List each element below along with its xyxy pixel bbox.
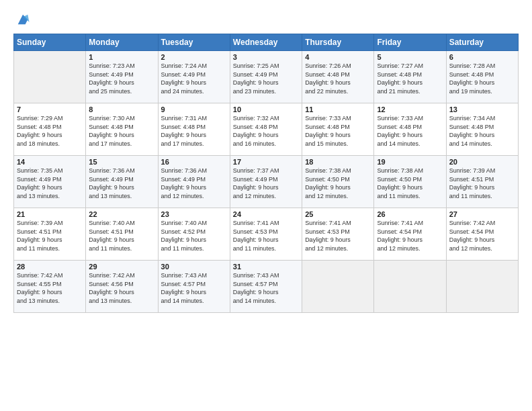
calendar-cell <box>374 261 446 313</box>
calendar-week-4: 21Sunrise: 7:39 AM Sunset: 4:51 PM Dayli… <box>14 208 519 261</box>
day-info: Sunrise: 7:43 AM Sunset: 4:57 PM Dayligh… <box>161 271 227 305</box>
day-number: 11 <box>305 105 371 113</box>
day-info: Sunrise: 7:27 AM Sunset: 4:48 PM Dayligh… <box>377 62 443 95</box>
day-number: 27 <box>449 210 515 218</box>
page-header <box>13 12 519 27</box>
calendar-cell <box>446 261 518 313</box>
calendar-week-3: 14Sunrise: 7:35 AM Sunset: 4:49 PM Dayli… <box>14 156 519 208</box>
calendar-cell: 8Sunrise: 7:30 AM Sunset: 4:48 PM Daylig… <box>86 103 158 156</box>
day-number: 24 <box>233 210 299 218</box>
calendar-cell: 4Sunrise: 7:26 AM Sunset: 4:48 PM Daylig… <box>302 51 374 103</box>
day-number: 7 <box>17 105 83 113</box>
calendar-cell: 24Sunrise: 7:41 AM Sunset: 4:53 PM Dayli… <box>230 208 302 261</box>
calendar-cell: 23Sunrise: 7:40 AM Sunset: 4:52 PM Dayli… <box>158 208 230 261</box>
day-info: Sunrise: 7:32 AM Sunset: 4:48 PM Dayligh… <box>233 114 299 148</box>
day-number: 4 <box>305 53 371 61</box>
day-number: 31 <box>233 263 299 271</box>
day-number: 22 <box>89 210 154 218</box>
day-number: 15 <box>89 158 154 166</box>
logo-icon <box>15 12 30 27</box>
calendar-cell: 12Sunrise: 7:33 AM Sunset: 4:48 PM Dayli… <box>374 103 446 156</box>
calendar-cell: 10Sunrise: 7:32 AM Sunset: 4:48 PM Dayli… <box>230 103 302 156</box>
day-info: Sunrise: 7:36 AM Sunset: 4:49 PM Dayligh… <box>89 167 154 200</box>
day-info: Sunrise: 7:38 AM Sunset: 4:50 PM Dayligh… <box>377 167 443 200</box>
day-info: Sunrise: 7:24 AM Sunset: 4:49 PM Dayligh… <box>161 62 227 95</box>
day-number: 6 <box>449 53 515 61</box>
day-info: Sunrise: 7:26 AM Sunset: 4:48 PM Dayligh… <box>305 62 371 95</box>
day-info: Sunrise: 7:41 AM Sunset: 4:54 PM Dayligh… <box>377 219 443 253</box>
calendar-cell: 28Sunrise: 7:42 AM Sunset: 4:55 PM Dayli… <box>14 261 86 313</box>
day-info: Sunrise: 7:38 AM Sunset: 4:50 PM Dayligh… <box>305 167 371 200</box>
day-info: Sunrise: 7:39 AM Sunset: 4:51 PM Dayligh… <box>449 167 515 200</box>
day-number: 17 <box>233 158 299 166</box>
day-number: 25 <box>305 210 371 218</box>
day-number: 9 <box>161 105 227 113</box>
calendar-cell: 7Sunrise: 7:29 AM Sunset: 4:48 PM Daylig… <box>14 103 86 156</box>
day-info: Sunrise: 7:40 AM Sunset: 4:51 PM Dayligh… <box>89 219 154 253</box>
day-number: 10 <box>233 105 299 113</box>
calendar-cell: 25Sunrise: 7:41 AM Sunset: 4:53 PM Dayli… <box>302 208 374 261</box>
weekday-thursday: Thursday <box>302 34 374 51</box>
weekday-monday: Monday <box>86 34 158 51</box>
day-number: 16 <box>161 158 227 166</box>
day-info: Sunrise: 7:39 AM Sunset: 4:51 PM Dayligh… <box>17 219 83 253</box>
day-info: Sunrise: 7:35 AM Sunset: 4:49 PM Dayligh… <box>17 167 83 200</box>
day-number: 23 <box>161 210 227 218</box>
weekday-friday: Friday <box>374 34 446 51</box>
day-number: 8 <box>89 105 154 113</box>
weekday-tuesday: Tuesday <box>158 34 230 51</box>
day-info: Sunrise: 7:43 AM Sunset: 4:57 PM Dayligh… <box>233 271 299 305</box>
calendar-cell: 3Sunrise: 7:25 AM Sunset: 4:49 PM Daylig… <box>230 51 302 103</box>
weekday-wednesday: Wednesday <box>230 34 302 51</box>
weekday-header-row: SundayMondayTuesdayWednesdayThursdayFrid… <box>14 34 519 51</box>
day-number: 21 <box>17 210 83 218</box>
calendar-week-1: 1Sunrise: 7:23 AM Sunset: 4:49 PM Daylig… <box>14 51 519 103</box>
day-number: 30 <box>161 263 227 271</box>
day-info: Sunrise: 7:23 AM Sunset: 4:49 PM Dayligh… <box>89 62 154 95</box>
calendar-cell: 16Sunrise: 7:36 AM Sunset: 4:49 PM Dayli… <box>158 156 230 208</box>
calendar-cell: 21Sunrise: 7:39 AM Sunset: 4:51 PM Dayli… <box>14 208 86 261</box>
day-number: 14 <box>17 158 83 166</box>
day-number: 3 <box>233 53 299 61</box>
day-number: 1 <box>89 53 154 61</box>
calendar-cell: 27Sunrise: 7:42 AM Sunset: 4:54 PM Dayli… <box>446 208 518 261</box>
day-info: Sunrise: 7:28 AM Sunset: 4:48 PM Dayligh… <box>449 62 515 95</box>
day-info: Sunrise: 7:40 AM Sunset: 4:52 PM Dayligh… <box>161 219 227 253</box>
day-info: Sunrise: 7:25 AM Sunset: 4:49 PM Dayligh… <box>233 62 299 95</box>
weekday-saturday: Saturday <box>446 34 518 51</box>
weekday-sunday: Sunday <box>14 34 86 51</box>
calendar-body: 1Sunrise: 7:23 AM Sunset: 4:49 PM Daylig… <box>14 51 519 313</box>
day-number: 13 <box>449 105 515 113</box>
day-info: Sunrise: 7:41 AM Sunset: 4:53 PM Dayligh… <box>233 219 299 253</box>
calendar-cell: 31Sunrise: 7:43 AM Sunset: 4:57 PM Dayli… <box>230 261 302 313</box>
calendar-cell: 18Sunrise: 7:38 AM Sunset: 4:50 PM Dayli… <box>302 156 374 208</box>
day-info: Sunrise: 7:36 AM Sunset: 4:49 PM Dayligh… <box>161 167 227 200</box>
calendar-cell: 14Sunrise: 7:35 AM Sunset: 4:49 PM Dayli… <box>14 156 86 208</box>
day-info: Sunrise: 7:34 AM Sunset: 4:48 PM Dayligh… <box>449 114 515 148</box>
day-info: Sunrise: 7:29 AM Sunset: 4:48 PM Dayligh… <box>17 114 83 148</box>
day-info: Sunrise: 7:41 AM Sunset: 4:53 PM Dayligh… <box>305 219 371 253</box>
calendar-cell: 20Sunrise: 7:39 AM Sunset: 4:51 PM Dayli… <box>446 156 518 208</box>
day-info: Sunrise: 7:42 AM Sunset: 4:55 PM Dayligh… <box>17 271 83 305</box>
calendar-cell: 9Sunrise: 7:31 AM Sunset: 4:48 PM Daylig… <box>158 103 230 156</box>
day-number: 5 <box>377 53 443 61</box>
calendar-cell: 26Sunrise: 7:41 AM Sunset: 4:54 PM Dayli… <box>374 208 446 261</box>
day-number: 28 <box>17 263 83 271</box>
day-number: 29 <box>89 263 154 271</box>
calendar-cell: 19Sunrise: 7:38 AM Sunset: 4:50 PM Dayli… <box>374 156 446 208</box>
calendar-cell: 17Sunrise: 7:37 AM Sunset: 4:49 PM Dayli… <box>230 156 302 208</box>
day-number: 18 <box>305 158 371 166</box>
day-number: 2 <box>161 53 227 61</box>
day-info: Sunrise: 7:33 AM Sunset: 4:48 PM Dayligh… <box>305 114 371 148</box>
calendar-cell: 11Sunrise: 7:33 AM Sunset: 4:48 PM Dayli… <box>302 103 374 156</box>
calendar-week-2: 7Sunrise: 7:29 AM Sunset: 4:48 PM Daylig… <box>14 103 519 156</box>
calendar-cell: 30Sunrise: 7:43 AM Sunset: 4:57 PM Dayli… <box>158 261 230 313</box>
day-number: 12 <box>377 105 443 113</box>
calendar-cell: 29Sunrise: 7:42 AM Sunset: 4:56 PM Dayli… <box>86 261 158 313</box>
day-number: 20 <box>449 158 515 166</box>
day-info: Sunrise: 7:42 AM Sunset: 4:54 PM Dayligh… <box>449 219 515 253</box>
logo <box>13 12 30 27</box>
day-number: 26 <box>377 210 443 218</box>
calendar-cell: 1Sunrise: 7:23 AM Sunset: 4:49 PM Daylig… <box>86 51 158 103</box>
day-number: 19 <box>377 158 443 166</box>
